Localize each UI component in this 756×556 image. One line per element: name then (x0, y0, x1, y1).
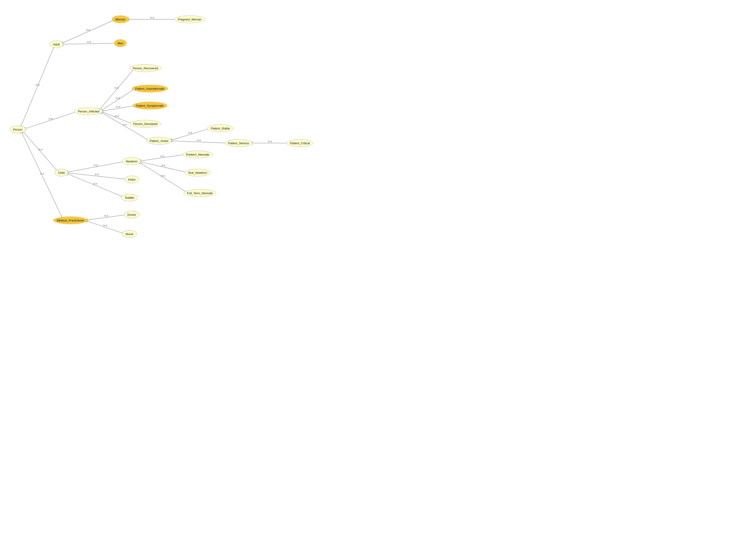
svg-line-31 (69, 173, 125, 179)
svg-text:is-a: is-a (161, 174, 165, 177)
node-patient-symptomatic: Patient_Symptomatic (133, 102, 167, 109)
node-sick-newborn: Sick_Newborn (185, 169, 211, 176)
node-adult: Adult (49, 41, 63, 48)
svg-text:is-a: is-a (116, 105, 120, 108)
node-person-recovered: Person_Recovered (129, 65, 161, 72)
svg-line-15 (103, 106, 133, 111)
node-person-deceased: Person_Deceased (130, 120, 161, 128)
svg-text:is-a: is-a (114, 86, 118, 89)
svg-text:is-a: is-a (93, 182, 97, 185)
node-pregnant-woman: Pregnant_Woman (174, 16, 205, 23)
svg-text:is-a: is-a (35, 83, 39, 86)
node-person: Person (9, 126, 26, 133)
node-patient-critical: Patient_Critical (286, 139, 313, 147)
svg-line-5 (64, 43, 115, 44)
node-doctor: Doctor (124, 211, 139, 218)
svg-text:is-a: is-a (40, 172, 44, 175)
svg-line-1 (21, 47, 54, 126)
svg-line-41 (22, 133, 62, 217)
svg-line-11 (100, 70, 133, 109)
svg-text:is-a: is-a (123, 123, 127, 126)
svg-text:is-a: is-a (116, 97, 120, 99)
svg-line-35 (141, 155, 183, 161)
node-person-infected: Person_Infected (74, 108, 103, 115)
svg-text:is-a: is-a (188, 131, 192, 134)
svg-line-45 (88, 221, 123, 233)
svg-text:is-a: is-a (104, 214, 108, 217)
node-toddler: Toddler (121, 194, 138, 202)
svg-text:is-a: is-a (86, 28, 90, 31)
svg-line-33 (68, 174, 122, 197)
node-newborn: Newborn (123, 158, 141, 165)
svg-text:is-a: is-a (268, 140, 272, 143)
node-man: Man (114, 39, 127, 47)
node-preterm-neonate: Preterm_Neonate (183, 151, 213, 158)
svg-line-17 (103, 112, 131, 123)
svg-line-9 (26, 112, 75, 129)
node-patient-asymptomatic: Patient_Asymptomatic (132, 85, 168, 93)
node-full-term-neonate: Full_Term_Neonate (183, 189, 216, 197)
svg-text:is-a: is-a (38, 148, 42, 151)
svg-line-29 (68, 162, 123, 172)
node-infant: Infant (125, 176, 139, 183)
svg-text:is-a: is-a (103, 224, 107, 227)
svg-text:is-a: is-a (197, 139, 201, 141)
svg-text:is-a: is-a (161, 164, 165, 167)
svg-text:is-a: is-a (160, 155, 165, 158)
svg-line-3 (63, 21, 113, 43)
svg-text:is-a: is-a (150, 16, 154, 19)
svg-line-43 (88, 215, 125, 220)
svg-line-21 (172, 129, 208, 140)
svg-text:is-a: is-a (94, 164, 98, 167)
svg-line-13 (102, 90, 133, 110)
node-medical-practicioner: Medical_Practicioner (54, 217, 88, 224)
svg-line-27 (24, 132, 57, 170)
svg-line-37 (141, 162, 185, 172)
svg-text:is-a: is-a (87, 40, 91, 43)
node-patient-stable: Patient_Stable (207, 125, 234, 132)
svg-text:is-a: is-a (115, 114, 119, 117)
node-child: Child (55, 169, 68, 176)
node-patient-active: Patient_Active (146, 137, 172, 145)
svg-text:is-a: is-a (48, 117, 53, 120)
node-patient-serious: Patient_Serious (225, 139, 252, 147)
ontology-diagram: is-ais-ais-ais-ais-ais-ais-ais-ais-ais-a… (0, 0, 378, 278)
node-nurse: Nurse (122, 230, 137, 238)
svg-line-23 (172, 141, 225, 143)
node-woman: Woman (112, 16, 129, 23)
svg-line-39 (141, 163, 185, 192)
svg-text:is-a: is-a (95, 173, 99, 176)
